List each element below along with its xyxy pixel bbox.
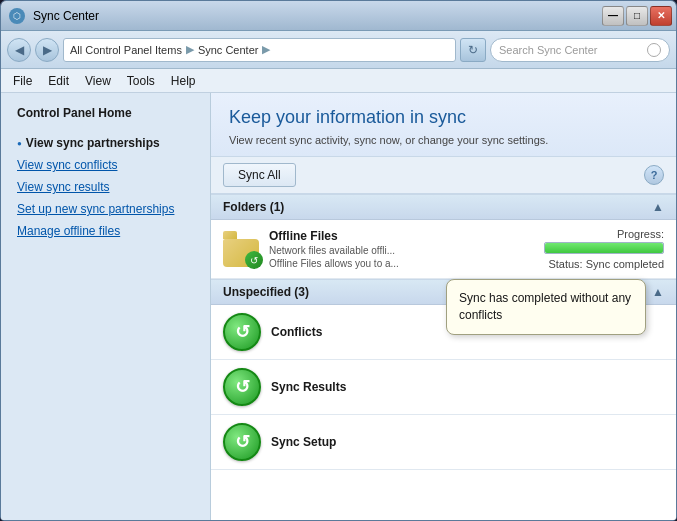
- offline-files-status: Progress: Status: Sync completed: [544, 228, 664, 270]
- back-button[interactable]: ◀: [7, 38, 31, 62]
- sidebar-item-view-conflicts[interactable]: View sync conflicts: [9, 155, 202, 175]
- progress-bar: [544, 242, 664, 254]
- menu-bar: File Edit View Tools Help: [1, 69, 676, 93]
- folder-tab: [223, 231, 237, 239]
- search-placeholder: Search Sync Center: [499, 44, 597, 56]
- content-panel: Keep your information in sync View recen…: [211, 93, 676, 520]
- folders-collapse-arrow[interactable]: ▲: [652, 200, 664, 214]
- menu-view[interactable]: View: [77, 72, 119, 90]
- sync-status: Sync completed: [586, 258, 664, 270]
- status-text: Status: Sync completed: [544, 258, 664, 270]
- sync-setup-info: Sync Setup: [271, 435, 664, 449]
- menu-edit[interactable]: Edit: [40, 72, 77, 90]
- title-bar-left: ⬡ Sync Center: [9, 8, 99, 24]
- help-icon[interactable]: ?: [644, 165, 664, 185]
- offline-files-item: ↺ Offline Files Network files available …: [211, 220, 676, 279]
- sync-setup-item: Sync Setup: [211, 415, 676, 470]
- minimize-button[interactable]: —: [602, 6, 624, 26]
- tooltip-bubble: Sync has completed without any conflicts: [446, 279, 646, 335]
- sidebar-item-view-partnerships[interactable]: View sync partnerships: [9, 133, 202, 153]
- progress-label: Progress:: [617, 228, 664, 240]
- sidebar-item-offline-files[interactable]: Manage offline files: [9, 221, 202, 241]
- content-header: Keep your information in sync View recen…: [211, 93, 676, 157]
- unspecified-header-label: Unspecified (3): [223, 285, 309, 299]
- refresh-button[interactable]: ↻: [460, 38, 486, 62]
- sync-setup-name: Sync Setup: [271, 435, 664, 449]
- sync-overlay-icon: ↺: [245, 251, 263, 269]
- window-icon: ⬡: [9, 8, 25, 24]
- menu-file[interactable]: File: [5, 72, 40, 90]
- menu-tools[interactable]: Tools: [119, 72, 163, 90]
- title-bar: ⬡ Sync Center — □ ✕: [1, 1, 676, 31]
- folders-header-label: Folders (1): [223, 200, 284, 214]
- sync-results-item: Sync Results: [211, 360, 676, 415]
- menu-help[interactable]: Help: [163, 72, 204, 90]
- page-subtitle: View recent sync activity, sync now, or …: [229, 134, 658, 146]
- sidebar: Control Panel Home View sync partnership…: [1, 93, 211, 520]
- progress-bar-fill: [545, 243, 663, 253]
- window-controls: — □ ✕: [602, 6, 672, 26]
- offline-files-name: Offline Files: [269, 229, 534, 243]
- folders-section-header: Folders (1) ▲: [211, 194, 676, 220]
- search-icon[interactable]: [647, 43, 661, 57]
- content-toolbar: Sync All ?: [211, 157, 676, 194]
- main-content: Control Panel Home View sync partnership…: [1, 93, 676, 520]
- breadcrumb-end-arrow: ▶: [262, 43, 270, 56]
- page-title: Keep your information in sync: [229, 107, 658, 128]
- sync-results-info: Sync Results: [271, 380, 664, 394]
- sync-results-icon: [223, 368, 261, 406]
- offline-files-desc: Network files available offli...: [269, 245, 534, 256]
- sync-results-name: Sync Results: [271, 380, 664, 394]
- breadcrumb-home[interactable]: All Control Panel Items: [70, 44, 182, 56]
- unspecified-section: Unspecified (3) ▲ Sync has completed wit…: [211, 279, 676, 470]
- main-window: ⬡ Sync Center — □ ✕ ◀ ▶ All Control Pane…: [0, 0, 677, 521]
- offline-files-info: Offline Files Network files available of…: [269, 229, 534, 269]
- search-bar[interactable]: Search Sync Center: [490, 38, 670, 62]
- unspecified-collapse-arrow[interactable]: ▲: [652, 285, 664, 299]
- folder-icon: ↺: [223, 231, 259, 267]
- window-title: Sync Center: [33, 9, 99, 23]
- sync-all-button[interactable]: Sync All: [223, 163, 296, 187]
- sync-setup-icon: [223, 423, 261, 461]
- sidebar-item-sync-results[interactable]: View sync results: [9, 177, 202, 197]
- sidebar-home-link[interactable]: Control Panel Home: [9, 103, 202, 123]
- navigation-bar: ◀ ▶ All Control Panel Items ▶ Sync Cente…: [1, 31, 676, 69]
- breadcrumb: All Control Panel Items ▶ Sync Center ▶: [63, 38, 456, 62]
- close-button[interactable]: ✕: [650, 6, 672, 26]
- maximize-button[interactable]: □: [626, 6, 648, 26]
- breadcrumb-current[interactable]: Sync Center: [198, 44, 259, 56]
- offline-files-subdesc: Offline Files allows you to a...: [269, 258, 534, 269]
- breadcrumb-separator: ▶: [186, 43, 194, 56]
- forward-button[interactable]: ▶: [35, 38, 59, 62]
- sidebar-item-setup[interactable]: Set up new sync partnerships: [9, 199, 202, 219]
- conflicts-icon: [223, 313, 261, 351]
